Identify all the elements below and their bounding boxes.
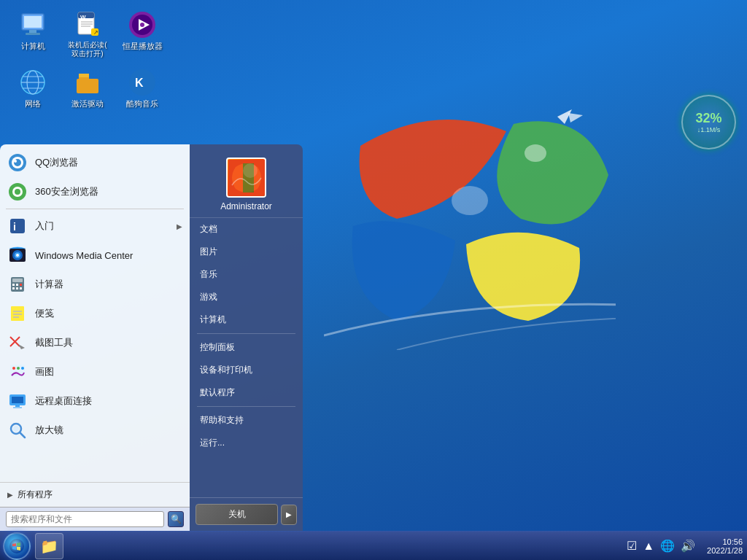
desktop-icon-qqmusic[interactable]: K 酷狗音乐: [117, 65, 168, 112]
clock[interactable]: 10:56 2022/1/28: [703, 537, 747, 555]
right-separator-2: [197, 406, 295, 407]
menu-item-360-browser[interactable]: 360安全浏览器: [0, 177, 190, 206]
menu-item-calculator[interactable]: 计算器: [0, 270, 190, 299]
taskbar: 📁 ☑ ▲ 🌐 🔊 10:56 2022/1/28: [0, 531, 747, 560]
right-menu-pictures[interactable]: 图片: [190, 241, 303, 263]
right-menu-run[interactable]: 运行...: [190, 432, 303, 454]
all-programs-arrow: ▶: [7, 491, 13, 499]
right-menu-help[interactable]: 帮助和支持: [190, 409, 303, 432]
right-menu-devices[interactable]: 设备和打印机: [190, 359, 303, 381]
right-menu-control-panel[interactable]: 控制面板: [190, 336, 303, 359]
user-section: Administrator: [190, 150, 303, 218]
menu-item-paint-label: 画图: [35, 365, 182, 378]
menu-item-snipping[interactable]: 截图工具: [0, 328, 190, 357]
svg-rect-61: [12, 397, 23, 403]
desktop-icons: 计算机 W ↗ 装机后必读(双击打开): [7, 7, 168, 112]
svg-rect-3: [24, 16, 42, 28]
all-programs-label: 所有程序: [18, 489, 53, 501]
shutdown-button[interactable]: 关机: [196, 504, 278, 525]
right-menu-computer[interactable]: 计算机: [190, 308, 303, 331]
svg-rect-42: [12, 279, 23, 282]
menu-item-wmc-label: Windows Media Center: [35, 250, 182, 261]
search-box: 🔍: [0, 507, 190, 531]
menu-item-paint[interactable]: 画图: [0, 357, 190, 386]
network-widget: 32% ↓1.1M/s: [681, 95, 736, 149]
right-separator-1: [197, 333, 295, 334]
svg-rect-5: [26, 33, 40, 35]
svg-rect-63: [13, 407, 22, 408]
all-programs-button[interactable]: ▶ 所有程序: [0, 482, 190, 507]
desktop-icon-word-doc[interactable]: W ↗ 装机后必读(双击打开): [62, 7, 113, 61]
svg-point-1: [525, 144, 546, 162]
taskbar-item-explorer[interactable]: 📁: [35, 533, 63, 559]
desktop-icon-driver[interactable]: 激活驱动: [62, 65, 113, 112]
svg-rect-62: [15, 405, 20, 407]
svg-point-58: [17, 367, 20, 370]
svg-rect-35: [10, 219, 25, 233]
tray-volume[interactable]: 🔊: [679, 539, 697, 553]
svg-rect-46: [12, 287, 15, 289]
svg-rect-45: [20, 284, 22, 286]
svg-text:K: K: [135, 77, 144, 89]
menu-item-remote[interactable]: 远程桌面连接: [0, 386, 190, 416]
svg-point-31: [14, 160, 17, 163]
desktop: 计算机 W ↗ 装机后必读(双击打开): [0, 0, 747, 560]
menu-item-360-browser-label: 360安全浏览器: [35, 185, 182, 198]
user-avatar[interactable]: [226, 158, 266, 198]
menu-item-snipping-label: 截图工具: [35, 336, 182, 349]
clock-time: 10:56: [722, 537, 743, 546]
svg-rect-4: [29, 30, 36, 33]
start-button[interactable]: [3, 532, 31, 560]
svg-text:↗: ↗: [93, 29, 98, 36]
shutdown-arrow-button[interactable]: ▶: [281, 505, 297, 525]
menu-item-getting-started[interactable]: i 入门 ▶: [0, 211, 190, 241]
svg-point-65: [13, 426, 19, 432]
svg-rect-47: [16, 287, 18, 289]
svg-point-40: [16, 254, 19, 257]
svg-text:i: i: [13, 221, 16, 233]
tray-notifications[interactable]: ☑: [625, 539, 638, 553]
user-name: Administrator: [220, 201, 272, 211]
right-menu-defaults[interactable]: 默认程序: [190, 381, 303, 404]
start-menu-right: Administrator 文档 图片 音乐 游戏 计算机 控制面板: [190, 144, 303, 531]
menu-item-magnifier-label: 放大镜: [35, 424, 182, 437]
menu-item-remote-label: 远程桌面连接: [35, 394, 182, 408]
svg-rect-49: [11, 306, 24, 321]
menu-item-calculator-label: 计算器: [35, 278, 182, 291]
svg-point-0: [452, 186, 488, 215]
tray-network[interactable]: 🌐: [659, 539, 676, 553]
svg-rect-44: [16, 284, 18, 286]
right-menu-music[interactable]: 音乐: [190, 263, 303, 286]
menu-item-getting-started-label: 入门: [35, 219, 169, 233]
clock-date: 2022/1/28: [707, 546, 743, 555]
svg-point-59: [21, 367, 24, 370]
right-menu-games[interactable]: 游戏: [190, 286, 303, 308]
menu-separator-1: [6, 209, 184, 209]
search-input[interactable]: [6, 511, 164, 527]
start-menu: QQ浏览器 360安全浏览器: [0, 144, 303, 531]
svg-rect-25: [79, 74, 89, 77]
menu-item-qq-browser[interactable]: QQ浏览器: [0, 148, 190, 177]
right-menu-documents[interactable]: 文档: [190, 218, 303, 241]
menu-items-list: QQ浏览器 360安全浏览器: [0, 144, 190, 482]
tray-expand[interactable]: ▲: [641, 540, 656, 553]
system-tray: ☑ ▲ 🌐 🔊: [619, 539, 703, 553]
start-menu-left: QQ浏览器 360安全浏览器: [0, 144, 190, 531]
explorer-icon: 📁: [40, 537, 58, 555]
svg-line-66: [20, 432, 25, 438]
desktop-icon-star-player[interactable]: 恒星播放器: [117, 7, 168, 61]
menu-item-arrow: ▶: [177, 222, 182, 230]
svg-point-17: [140, 23, 144, 27]
menu-item-wmc[interactable]: Windows Media Center: [0, 241, 190, 270]
svg-text:W: W: [80, 14, 86, 20]
desktop-icon-network[interactable]: 网络: [7, 65, 58, 112]
search-button[interactable]: 🔍: [168, 511, 184, 527]
svg-rect-43: [12, 284, 15, 286]
svg-rect-48: [20, 287, 22, 289]
menu-item-qq-browser-label: QQ浏览器: [35, 156, 182, 169]
svg-point-34: [15, 189, 20, 195]
menu-item-magnifier[interactable]: 放大镜: [0, 416, 190, 445]
desktop-icon-computer[interactable]: 计算机: [7, 7, 58, 61]
svg-point-69: [243, 163, 258, 178]
menu-item-notepad[interactable]: 便笺: [0, 299, 190, 328]
